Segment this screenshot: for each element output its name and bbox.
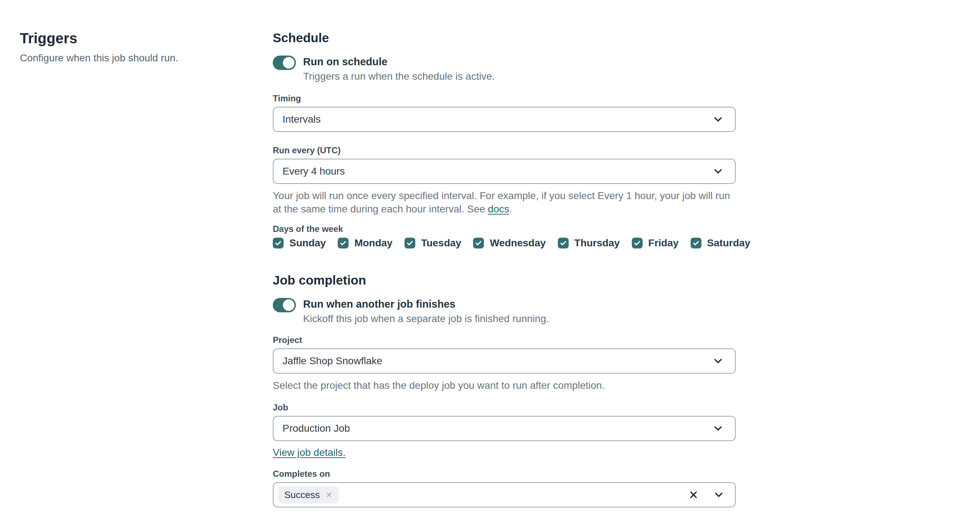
chevron-down-icon (712, 355, 724, 367)
toggle-text-block: Run when another job finishes Kickoff th… (303, 298, 549, 325)
run-every-label: Run every (UTC) (273, 146, 736, 155)
job-completion-heading: Job completion (273, 273, 736, 287)
day-label: Thursday (574, 237, 620, 249)
day-label: Monday (354, 237, 393, 249)
checkbox-checked-icon (690, 238, 702, 249)
clear-all-icon[interactable] (688, 489, 699, 500)
multiselect-icons (688, 489, 725, 501)
run-on-schedule-row: Run on schedule Triggers a run when the … (273, 55, 736, 82)
checkbox-checked-icon (632, 238, 643, 249)
run-when-job-finishes-toggle[interactable] (273, 298, 296, 312)
day-checkbox-sunday[interactable]: Sunday (273, 237, 326, 249)
day-label: Saturday (707, 237, 751, 249)
run-every-select-value: Every 4 hours (283, 165, 345, 177)
toggle-text-block: Run on schedule Triggers a run when the … (303, 55, 495, 82)
triggers-settings-page: Triggers Configure when this job should … (0, 0, 980, 528)
remove-tag-icon[interactable] (326, 491, 332, 498)
page-subtitle: Configure when this job should run. (20, 52, 258, 64)
job-select[interactable]: Production Job (273, 416, 736, 441)
run-when-job-finishes-row: Run when another job finishes Kickoff th… (273, 298, 736, 325)
project-select-value: Jaffle Shop Snowflake (283, 355, 382, 367)
run-when-job-finishes-description: Kickoff this job when a separate job is … (303, 313, 549, 325)
run-on-schedule-label: Run on schedule (303, 56, 495, 68)
day-checkbox-saturday[interactable]: Saturday (690, 237, 751, 249)
day-checkbox-thursday[interactable]: Thursday (558, 237, 620, 249)
toggle-knob (283, 57, 294, 68)
project-label: Project (273, 335, 736, 345)
tag-label: Success (284, 489, 320, 501)
project-help-text: Select the project that has the deploy j… (273, 379, 737, 392)
chevron-down-icon (712, 165, 724, 178)
days-of-week-row: Sunday Monday Tuesday Wednesday Thursday… (273, 237, 736, 249)
chevron-down-icon (712, 422, 724, 434)
help-text-part: . (509, 203, 512, 215)
schedule-heading: Schedule (273, 31, 736, 45)
docs-link[interactable]: docs (488, 203, 509, 215)
job-label: Job (273, 403, 736, 412)
completes-on-label: Completes on (273, 469, 736, 479)
day-checkbox-monday[interactable]: Monday (338, 237, 393, 249)
run-every-select[interactable]: Every 4 hours (273, 159, 736, 184)
day-label: Tuesday (421, 237, 461, 249)
completes-on-tag-success: Success (278, 487, 339, 503)
day-checkbox-friday[interactable]: Friday (632, 237, 679, 249)
checkbox-checked-icon (404, 238, 415, 249)
triggers-form: Schedule Run on schedule Triggers a run … (273, 0, 736, 528)
run-on-schedule-description: Triggers a run when the schedule is acti… (303, 71, 495, 82)
timing-select-value: Intervals (283, 114, 321, 125)
timing-label: Timing (273, 94, 736, 103)
run-on-schedule-toggle[interactable] (273, 55, 296, 70)
toggle-knob (283, 299, 294, 311)
chevron-down-icon (712, 113, 724, 125)
project-select[interactable]: Jaffle Shop Snowflake (273, 349, 736, 374)
timing-select[interactable]: Intervals (273, 107, 736, 132)
day-checkbox-wednesday[interactable]: Wednesday (473, 237, 546, 249)
view-job-details-line: View job details. (273, 447, 736, 458)
run-when-job-finishes-label: Run when another job finishes (303, 298, 549, 310)
chevron-down-icon[interactable] (713, 489, 725, 501)
checkbox-checked-icon (473, 238, 484, 249)
checkbox-checked-icon (338, 238, 348, 249)
section-description-column: Triggers Configure when this job should … (0, 0, 273, 528)
day-label: Sunday (290, 237, 326, 249)
job-select-value: Production Job (283, 423, 350, 434)
checkbox-checked-icon (558, 238, 569, 249)
page-title: Triggers (20, 30, 258, 46)
completes-on-multiselect[interactable]: Success (273, 482, 736, 507)
day-checkbox-tuesday[interactable]: Tuesday (404, 237, 461, 249)
run-every-help-text: Your job will run once every specified i… (273, 189, 737, 216)
view-job-details-link[interactable]: View job details. (273, 447, 346, 458)
checkbox-checked-icon (273, 238, 283, 249)
day-label: Wednesday (490, 237, 546, 249)
days-of-week-label: Days of the week (273, 224, 736, 234)
day-label: Friday (648, 237, 679, 249)
